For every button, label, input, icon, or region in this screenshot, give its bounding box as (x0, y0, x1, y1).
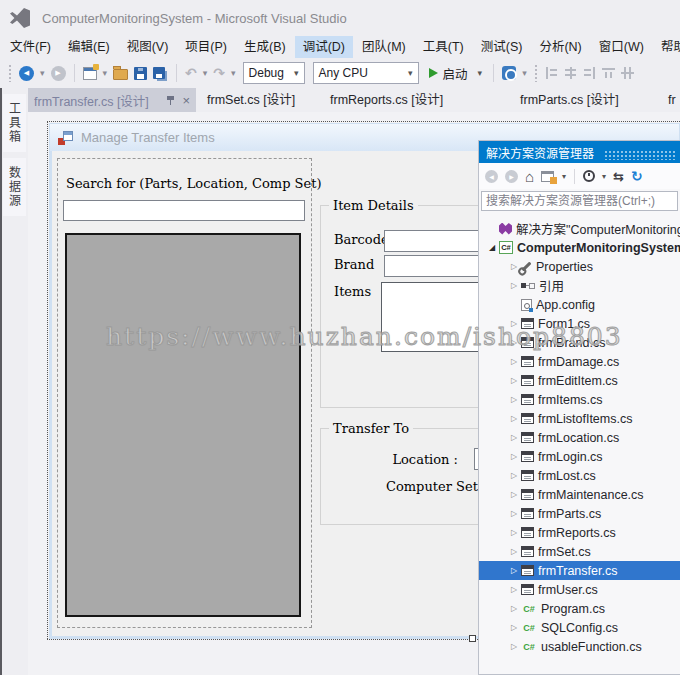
menu-item-5[interactable]: 调试(D) (295, 36, 353, 58)
sidebar-tab-toolbox[interactable]: 工具箱 (3, 94, 26, 152)
collapsed-arrow-icon[interactable] (507, 433, 521, 442)
align-middle-icon[interactable] (621, 67, 634, 79)
collapsed-arrow-icon[interactable] (507, 376, 521, 385)
collapsed-arrow-icon[interactable] (507, 604, 521, 613)
tree-item[interactable]: frmLost.cs (479, 466, 680, 485)
tree-item[interactable]: 解决方案"ComputerMonitoringSystem" (479, 219, 680, 238)
tab-inactive-1[interactable]: frmReports.cs [设计] (330, 88, 443, 112)
tree-item[interactable]: C#ComputerMonitoringSystem (479, 238, 680, 257)
tree-item[interactable]: C#SQLConfig.cs (479, 618, 680, 637)
tree-item[interactable]: frmLogin.cs (479, 447, 680, 466)
collapsed-arrow-icon[interactable] (507, 528, 521, 537)
menu-item-4[interactable]: 生成(B) (236, 36, 294, 58)
solution-search-input[interactable] (481, 191, 678, 211)
collapsed-arrow-icon[interactable] (507, 490, 521, 499)
collapsed-arrow-icon[interactable] (507, 547, 521, 556)
home-icon[interactable] (525, 168, 534, 185)
solution-explorer-title-bar[interactable]: 解决方案资源管理器 (479, 141, 680, 163)
tree-item[interactable]: frmDamage.cs (479, 352, 680, 371)
start-button[interactable]: 启动 ▾ (429, 64, 483, 83)
tree-item[interactable]: frmEditItem.cs (479, 371, 680, 390)
menu-item-0[interactable]: 文件(F) (2, 36, 59, 58)
search-textbox[interactable] (63, 200, 305, 221)
resize-handle[interactable] (469, 635, 476, 642)
results-listbox[interactable] (65, 233, 301, 617)
tab-inactive-0[interactable]: frmSet.cs [设计] (207, 88, 295, 112)
open-file-icon[interactable] (113, 69, 128, 80)
collapsed-arrow-icon[interactable] (507, 319, 521, 328)
collapsed-arrow-icon[interactable] (507, 395, 521, 404)
menu-item-3[interactable]: 项目(P) (177, 36, 235, 58)
caret-icon[interactable] (203, 68, 208, 78)
menu-item-8[interactable]: 测试(S) (473, 36, 531, 58)
menu-item-6[interactable]: 团队(M) (354, 36, 414, 58)
tree-item[interactable]: frmMaintenance.cs (479, 485, 680, 504)
tree-item[interactable]: frmSet.cs (479, 542, 680, 561)
caret-icon[interactable] (522, 68, 527, 78)
caret-icon[interactable] (231, 68, 236, 78)
close-icon[interactable]: × (182, 94, 190, 107)
collapsed-arrow-icon[interactable] (507, 509, 521, 518)
refresh-icon[interactable] (631, 168, 643, 184)
tree-item[interactable]: frmLocation.cs (479, 428, 680, 447)
nav-forward-icon[interactable] (51, 66, 66, 81)
nav-back-c-icon[interactable] (485, 170, 498, 183)
align-right-icon[interactable] (583, 67, 596, 79)
save-all-icon[interactable] (153, 67, 165, 79)
tree-item[interactable]: frmListofItems.cs (479, 409, 680, 428)
caret-icon[interactable] (562, 172, 566, 181)
expanded-arrow-icon[interactable] (485, 243, 499, 252)
tree-item[interactable]: 引用 (479, 276, 680, 295)
collapsed-arrow-icon[interactable] (507, 471, 521, 480)
collapsed-arrow-icon[interactable] (507, 623, 521, 632)
nav-forward-c-icon[interactable] (505, 170, 518, 183)
pin-icon[interactable] (166, 95, 175, 106)
undo-icon[interactable] (185, 65, 197, 81)
align-center-icon[interactable] (564, 67, 577, 79)
platform-combo[interactable]: Any CPU ▾ (313, 62, 419, 84)
debug-config-combo[interactable]: Debug ▾ (243, 62, 305, 84)
tree-item[interactable]: Form1.cs (479, 314, 680, 333)
tree-item[interactable]: frmUser.cs (479, 580, 680, 599)
tree-item[interactable]: C#Program.cs (479, 599, 680, 618)
align-left-icon[interactable] (545, 67, 558, 79)
menu-item-1[interactable]: 编辑(E) (60, 36, 118, 58)
tree-item[interactable]: frmParts.cs (479, 504, 680, 523)
collapsed-arrow-icon[interactable] (507, 338, 521, 347)
menu-item-11[interactable]: 帮助(H) (653, 36, 680, 58)
switch-views-icon[interactable] (541, 171, 554, 182)
tree-item[interactable]: Properties (479, 257, 680, 276)
tab-inactive-3[interactable]: fr (668, 88, 676, 112)
caret-icon[interactable] (103, 68, 108, 78)
caret-icon[interactable] (40, 68, 45, 78)
tree-item[interactable]: C#usableFunction.cs (479, 637, 680, 656)
tree-item[interactable]: App.config (479, 295, 680, 314)
collapsed-arrow-icon[interactable] (507, 566, 521, 575)
sync-active-doc-icon[interactable] (613, 169, 624, 184)
collapsed-arrow-icon[interactable] (507, 357, 521, 366)
collapsed-arrow-icon[interactable] (507, 281, 521, 290)
browser-link-icon[interactable] (502, 66, 516, 80)
drag-grip[interactable] (604, 150, 675, 160)
pending-changes-icon[interactable] (583, 170, 595, 182)
tab-frmtransfer-design[interactable]: frmTransfer.cs [设计] × (28, 88, 196, 112)
collapsed-arrow-icon[interactable] (507, 452, 521, 461)
tree-item[interactable]: frmBrand.cs (479, 333, 680, 352)
menu-item-2[interactable]: 视图(V) (119, 36, 177, 58)
caret-icon[interactable] (602, 172, 606, 181)
collapsed-arrow-icon[interactable] (507, 414, 521, 423)
save-icon[interactable] (134, 67, 147, 80)
menu-item-9[interactable]: 分析(N) (531, 36, 589, 58)
tab-inactive-2[interactable]: frmParts.cs [设计] (520, 88, 619, 112)
tree-item[interactable]: frmReports.cs (479, 523, 680, 542)
sidebar-tab-datasources[interactable]: 数据源 (3, 158, 26, 216)
menu-item-7[interactable]: 工具(T) (415, 36, 472, 58)
collapsed-arrow-icon[interactable] (507, 642, 521, 651)
menu-item-10[interactable]: 窗口(W) (591, 36, 652, 58)
nav-back-icon[interactable] (19, 66, 34, 81)
tree-item[interactable]: frmTransfer.cs (479, 561, 680, 580)
redo-icon[interactable] (213, 65, 225, 81)
align-top-icon[interactable] (602, 67, 615, 79)
tree-item[interactable]: frmItems.cs (479, 390, 680, 409)
collapsed-arrow-icon[interactable] (507, 585, 521, 594)
